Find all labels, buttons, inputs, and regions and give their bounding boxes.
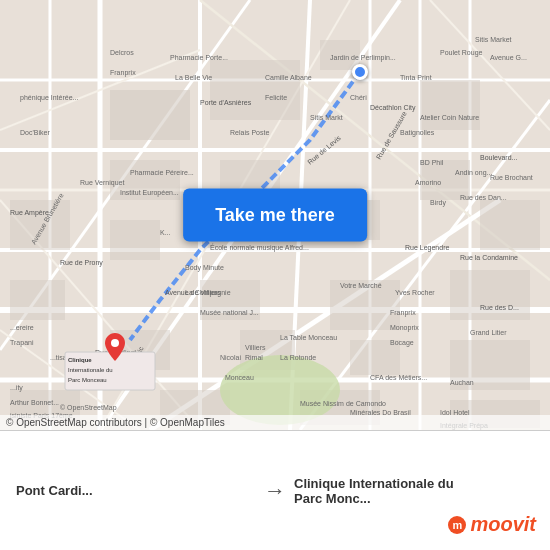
svg-text:Rue Ampère: Rue Ampère [10, 209, 49, 217]
svg-text:Yves Rocher: Yves Rocher [395, 289, 435, 296]
svg-text:Rue des Dan...: Rue des Dan... [460, 194, 507, 201]
svg-text:...ereire: ...ereire [10, 324, 34, 331]
svg-text:Sitis Markt: Sitis Markt [310, 114, 343, 121]
direction-arrow: → [256, 478, 294, 504]
svg-text:© OpenStreetMap: © OpenStreetMap [60, 404, 117, 412]
svg-text:Pharmacie Porte...: Pharmacie Porte... [170, 54, 228, 61]
svg-text:Relais Poste: Relais Poste [230, 129, 269, 136]
svg-text:Felicite: Felicite [265, 94, 287, 101]
svg-text:Atelier Coin Nature: Atelier Coin Nature [420, 114, 479, 121]
svg-rect-25 [210, 60, 300, 120]
svg-text:Camille Albane: Camille Albane [265, 74, 312, 81]
svg-text:Body Minute: Body Minute [185, 264, 224, 272]
svg-text:Rue la Condamine: Rue la Condamine [460, 254, 518, 261]
svg-text:Institut Européen...: Institut Européen... [120, 189, 179, 197]
moovit-brand: moovit [448, 513, 536, 536]
origin-location: Pont Cardi... [16, 483, 256, 498]
svg-text:...ity: ...ity [10, 384, 23, 392]
svg-text:Andin ong...: Andin ong... [455, 169, 492, 177]
svg-text:Tinta Print: Tinta Print [400, 74, 432, 81]
svg-text:Pharmacie Péreire...: Pharmacie Péreire... [130, 169, 194, 176]
svg-rect-33 [110, 220, 160, 260]
svg-text:Parc Monceau: Parc Monceau [68, 377, 107, 383]
svg-text:La Compagnie: La Compagnie [185, 289, 231, 297]
svg-text:CFA des Métiers...: CFA des Métiers... [370, 374, 427, 381]
svg-text:Clinique: Clinique [68, 357, 92, 363]
svg-text:Franprix: Franprix [110, 69, 136, 77]
svg-text:La Rotonde: La Rotonde [280, 354, 316, 361]
svg-text:École normale musique Alfred..: École normale musique Alfred... [210, 243, 309, 252]
svg-text:Porte d'Asnières: Porte d'Asnières [200, 99, 252, 106]
svg-text:Monceau: Monceau [225, 374, 254, 381]
svg-text:Trapani: Trapani [10, 339, 34, 347]
origin-marker [352, 64, 368, 80]
svg-text:Auchan: Auchan [450, 379, 474, 386]
svg-text:La Belle Vie: La Belle Vie [175, 74, 212, 81]
svg-text:Votre Marché: Votre Marché [340, 282, 382, 289]
svg-text:Amorino: Amorino [415, 179, 441, 186]
svg-point-124 [111, 339, 119, 347]
svg-text:Rue Verniquet: Rue Verniquet [80, 179, 124, 187]
svg-text:phénique Intérée...: phénique Intérée... [20, 94, 78, 102]
svg-text:Villiers: Villiers [245, 344, 266, 351]
svg-text:Boulevard...: Boulevard... [480, 154, 517, 161]
destination-location: Clinique Internationale du Parc Monc... [294, 476, 534, 506]
svg-rect-38 [450, 270, 530, 320]
svg-text:Rue Legendre: Rue Legendre [405, 244, 449, 252]
svg-text:Musée national J...: Musée national J... [200, 309, 259, 316]
svg-text:Delcros: Delcros [110, 49, 134, 56]
svg-text:Bocage: Bocage [390, 339, 414, 347]
svg-text:Franprix: Franprix [390, 309, 416, 317]
svg-text:Monoprix: Monoprix [390, 324, 419, 332]
moovit-icon [448, 516, 466, 534]
svg-text:Birdy: Birdy [430, 199, 446, 207]
map-container: Avenue Brunetière Rue Verniquet Rue Ampè… [0, 0, 550, 430]
svg-text:La Table Monceau: La Table Monceau [280, 334, 337, 341]
svg-text:Rue de Prony: Rue de Prony [60, 259, 103, 267]
svg-text:Grand Litier: Grand Litier [470, 329, 507, 336]
svg-text:Poulet Rouge: Poulet Rouge [440, 49, 483, 57]
map-attribution: © OpenStreetMap contributors | © OpenMap… [0, 415, 550, 430]
svg-rect-35 [10, 280, 65, 320]
svg-text:Jardin de Perlimpin...: Jardin de Perlimpin... [330, 54, 396, 62]
svg-text:K...: K... [160, 229, 171, 236]
svg-text:Rue Brochant: Rue Brochant [490, 174, 533, 181]
svg-text:Internationale du: Internationale du [68, 367, 113, 373]
svg-text:Avenue G...: Avenue G... [490, 54, 527, 61]
svg-text:Nicolai: Nicolai [220, 354, 241, 361]
svg-text:BD Phil: BD Phil [420, 159, 444, 166]
svg-text:Rimal: Rimal [245, 354, 263, 361]
svg-rect-32 [480, 200, 540, 250]
svg-rect-29 [420, 80, 480, 130]
destination-name: Clinique Internationale du Parc Monc... [294, 476, 474, 506]
bottom-info-bar: Pont Cardi... → Clinique Internationale … [0, 430, 550, 550]
destination-marker [105, 333, 125, 361]
origin-name: Pont Cardi... [16, 483, 166, 498]
svg-text:Chéri: Chéri [350, 94, 367, 101]
svg-text:Sitis Market: Sitis Market [475, 36, 512, 43]
svg-text:Batignolles: Batignolles [400, 129, 435, 137]
svg-text:Rue des D...: Rue des D... [480, 304, 519, 311]
svg-text:Doc'Biker: Doc'Biker [20, 129, 50, 136]
svg-text:Décathlon City: Décathlon City [370, 104, 416, 112]
svg-text:Musée Nissim de Camondo: Musée Nissim de Camondo [300, 400, 386, 407]
take-me-there-button[interactable]: Take me there [183, 189, 367, 242]
svg-text:Arthur Bonnet...: Arthur Bonnet... [10, 399, 59, 406]
svg-rect-24 [110, 90, 190, 140]
